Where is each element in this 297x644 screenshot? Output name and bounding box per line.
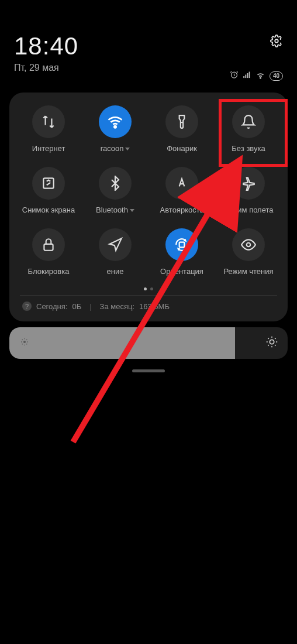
svg-line-18 (22, 340, 23, 340)
svg-rect-10 (44, 244, 53, 251)
svg-point-0 (275, 39, 278, 43)
wifi-icon[interactable] (99, 105, 132, 138)
page-indicator (15, 287, 282, 290)
svg-line-19 (26, 344, 27, 344)
chevron-down-icon (125, 148, 130, 150)
svg-point-13 (23, 341, 26, 343)
flashlight-icon[interactable] (165, 105, 198, 138)
battery-indicator: 40 (270, 71, 283, 81)
svg-rect-3 (245, 75, 246, 78)
settings-icon[interactable] (270, 35, 283, 50)
tile-label: Автояркость (160, 205, 204, 214)
svg-line-27 (268, 338, 268, 338)
svg-line-30 (275, 338, 275, 338)
tile-label: Блокировка (28, 267, 70, 276)
svg-point-12 (247, 243, 251, 247)
qs-tile-bell[interactable]: Без звука (215, 105, 282, 153)
svg-point-6 (260, 77, 261, 78)
wifi-status-icon (255, 70, 265, 82)
qs-tile-navigate[interactable]: ение (82, 228, 148, 276)
svg-rect-2 (243, 76, 244, 78)
qs-tile-autobright[interactable]: Автояркость (148, 167, 215, 214)
tile-label: Ориентация (160, 267, 203, 276)
lock-icon[interactable] (32, 228, 65, 261)
tile-label: Без звука (232, 144, 265, 153)
autobright-icon[interactable] (165, 167, 198, 200)
tile-label: racoon (101, 144, 130, 153)
qs-tile-flashlight[interactable]: Фонарик (148, 105, 215, 153)
qs-tile-swap[interactable]: Интернет (15, 105, 82, 153)
data-usage-row[interactable]: ? Сегодня: 0Б | За месяц: 163,5МБ (15, 302, 282, 313)
qs-tile-bluetooth[interactable]: Bluetooth (82, 167, 148, 214)
alarm-icon (230, 70, 239, 81)
svg-line-29 (268, 345, 268, 345)
qs-tile-eye[interactable]: Режим чтения (215, 228, 282, 276)
brightness-low-icon (20, 337, 29, 349)
qs-tile-wifi[interactable]: racoon (82, 105, 148, 153)
qs-tile-airplane[interactable]: Режим полета (215, 167, 282, 214)
svg-point-22 (270, 340, 274, 344)
tile-label: Режим чтения (224, 267, 274, 276)
svg-rect-5 (249, 72, 250, 78)
tile-label: Bluetooth (96, 205, 134, 214)
status-time: 18:40 (14, 32, 78, 60)
svg-point-7 (114, 126, 116, 128)
qs-tile-screenshot[interactable]: Снимок экрана (15, 167, 82, 214)
qs-tile-rotation[interactable]: Ориентация (148, 228, 215, 276)
tile-label: Режим полета (223, 205, 273, 214)
question-icon: ? (22, 302, 32, 311)
drag-handle[interactable] (132, 369, 165, 372)
airplane-icon[interactable] (232, 167, 265, 200)
navigate-icon[interactable] (99, 228, 132, 261)
screenshot-icon[interactable] (32, 167, 65, 200)
svg-rect-4 (247, 73, 248, 78)
qs-tile-lock[interactable]: Блокировка (15, 228, 82, 276)
svg-line-20 (22, 344, 23, 344)
eye-icon[interactable] (232, 228, 265, 261)
signal-icon (243, 70, 251, 81)
svg-line-28 (275, 345, 275, 345)
quick-settings-panel: ИнтернетracoonФонарикБез звукаСнимок экр… (9, 93, 288, 321)
brightness-high-icon[interactable] (265, 335, 278, 351)
rotation-icon[interactable] (165, 228, 198, 261)
brightness-slider[interactable] (9, 327, 288, 359)
tile-label: Фонарик (167, 144, 197, 153)
tile-label: Снимок экрана (22, 205, 75, 214)
tile-label: ение (107, 267, 124, 276)
bell-icon[interactable] (232, 105, 265, 138)
tile-label: Интернет (32, 144, 65, 153)
swap-icon[interactable] (32, 105, 65, 138)
svg-line-21 (26, 340, 27, 340)
svg-rect-11 (179, 242, 185, 248)
chevron-down-icon (130, 209, 134, 212)
bluetooth-icon[interactable] (99, 167, 132, 200)
